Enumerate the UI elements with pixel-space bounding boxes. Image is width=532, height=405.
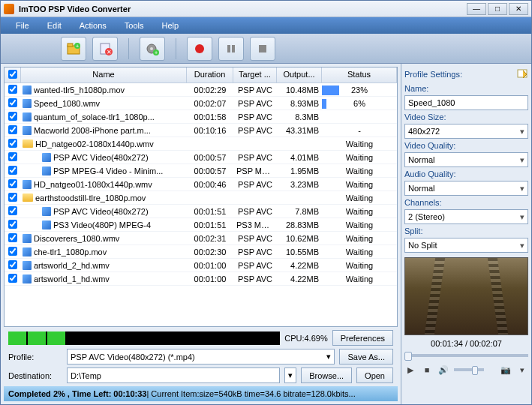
cell-status: Waiting xyxy=(322,139,397,149)
cpu-meter xyxy=(8,332,280,345)
file-icon xyxy=(23,112,32,122)
menu-edit[interactable]: Edit xyxy=(38,19,71,32)
cell-check[interactable] xyxy=(5,219,21,231)
cell-duration: 00:01:00 xyxy=(187,274,233,284)
cell-check[interactable] xyxy=(5,192,21,204)
name-label: Name: xyxy=(404,83,528,94)
table-row[interactable]: earthstoodstill-tlre_1080p.movWaiting xyxy=(5,191,397,205)
playback-time: 00:01:34 / 00:02:07 xyxy=(404,337,528,350)
vq-select[interactable]: Normal xyxy=(404,152,528,167)
open-button[interactable]: Open xyxy=(356,368,393,383)
cell-duration: 00:00:57 xyxy=(187,152,233,163)
table-row[interactable]: PSP MPEG-4 Video - Minim...00:00:57PSP M… xyxy=(5,164,397,178)
cell-duration: 00:01:51 xyxy=(187,206,233,217)
table-row[interactable]: che-tlr1_1080p.mov00:02:30PSP AVC10.55MB… xyxy=(5,245,397,259)
profile-select[interactable]: PSP AVC Video(480x272) (*.mp4) xyxy=(67,349,335,364)
gear-button[interactable]: + xyxy=(140,37,165,61)
cell-name: PSP MPEG-4 Video - Minim... xyxy=(21,166,187,176)
vsize-select[interactable]: 480x272 xyxy=(404,124,528,139)
cell-check[interactable] xyxy=(5,178,21,190)
cell-output xyxy=(277,143,322,145)
cell-status: Waiting xyxy=(322,233,397,244)
cell-duration: 00:00:57 xyxy=(187,166,233,176)
header-target[interactable]: Target ... xyxy=(233,68,277,82)
preferences-button[interactable]: Preferences xyxy=(332,330,393,346)
play-icon[interactable]: ▶ xyxy=(404,364,416,376)
playback-slider[interactable] xyxy=(404,354,528,357)
stop-icon[interactable]: ■ xyxy=(421,364,433,376)
table-row[interactable]: wanted-tlr5_h1080p.mov00:02:29PSP AVC10.… xyxy=(5,83,397,97)
cell-check[interactable] xyxy=(5,260,21,272)
cell-check[interactable] xyxy=(5,84,21,96)
cell-check[interactable] xyxy=(5,124,21,136)
pause-button[interactable] xyxy=(218,37,244,61)
cell-check[interactable] xyxy=(5,273,21,285)
name-input[interactable] xyxy=(404,95,528,110)
cell-check[interactable] xyxy=(5,206,21,218)
record-button[interactable] xyxy=(187,37,212,61)
cell-output: 4.22MB xyxy=(277,260,322,271)
table-row[interactable]: Speed_1080.wmv00:02:07PSP AVC8.93MB6% xyxy=(5,97,397,110)
maximize-button[interactable]: □ xyxy=(488,3,507,15)
cell-name: HD_natgeo02-1080x1440p.wmv xyxy=(21,139,187,149)
header-status[interactable]: Status xyxy=(322,68,397,82)
header-name[interactable]: Name xyxy=(21,68,187,82)
table-row[interactable]: HD_natgeo01-1080x1440p.wmv00:00:46PSP AV… xyxy=(5,178,397,191)
stop-button[interactable] xyxy=(250,37,275,61)
menu-file[interactable]: File xyxy=(7,19,38,32)
table-row[interactable]: HD_natgeo02-1080x1440p.wmvWaiting xyxy=(5,137,397,151)
destination-dropdown[interactable] xyxy=(284,368,296,383)
destination-input[interactable] xyxy=(67,368,280,383)
header-output[interactable]: Output... xyxy=(277,68,322,82)
table-header: Name Duration Target ... Output... Statu… xyxy=(5,68,397,83)
playback-controls: ▶ ■ 🔊 📷 ▾ xyxy=(404,361,528,379)
snapshot-dropdown-icon[interactable]: ▾ xyxy=(516,364,528,376)
minimize-button[interactable]: — xyxy=(467,3,486,15)
cell-check[interactable] xyxy=(5,111,21,123)
table-row[interactable]: PSP AVC Video(480x272)00:00:57PSP AVC4.0… xyxy=(5,151,397,164)
menu-actions[interactable]: Actions xyxy=(71,19,116,32)
cell-status: Waiting xyxy=(322,274,397,284)
header-check[interactable] xyxy=(5,68,21,82)
cell-check[interactable] xyxy=(5,246,21,258)
table-row[interactable]: PS3 Video(480P) MPEG-400:01:51PS3 Movie2… xyxy=(5,218,397,232)
cell-target: PSP AVC xyxy=(233,274,277,284)
cell-duration xyxy=(187,197,233,199)
cell-check[interactable] xyxy=(5,98,21,110)
menu-tools[interactable]: Tools xyxy=(116,19,153,32)
cell-check[interactable] xyxy=(5,232,21,244)
cell-name: wanted-tlr5_h1080p.mov xyxy=(21,85,187,95)
cell-check[interactable] xyxy=(5,138,21,150)
menu-help[interactable]: Help xyxy=(152,19,188,32)
file-icon xyxy=(23,86,32,94)
browse-button[interactable]: Browse... xyxy=(301,368,352,383)
svg-rect-1 xyxy=(68,44,73,46)
save-as-button[interactable]: Save As... xyxy=(339,349,393,364)
close-button[interactable]: ✕ xyxy=(509,3,528,15)
snapshot-icon[interactable]: 📷 xyxy=(500,364,512,376)
file-table[interactable]: Name Duration Target ... Output... Statu… xyxy=(4,67,398,327)
cell-check[interactable] xyxy=(5,165,21,177)
table-row[interactable]: Macworld 2008-iPhone part.m...00:10:16PS… xyxy=(5,124,397,137)
cell-target xyxy=(233,143,277,145)
table-row[interactable]: artsworld_2_hd.wmv00:01:00PSP AVC4.22MBW… xyxy=(5,259,397,272)
cell-name: Speed_1080.wmv xyxy=(21,98,187,109)
add-file-button[interactable]: + xyxy=(61,37,86,61)
cell-output xyxy=(277,197,322,199)
volume-icon[interactable]: 🔊 xyxy=(437,364,449,376)
edit-profile-icon[interactable] xyxy=(516,68,528,80)
file-icon xyxy=(42,166,51,176)
table-row[interactable]: Discoverers_1080.wmv00:02:31PSP AVC10.62… xyxy=(5,232,397,245)
header-duration[interactable]: Duration xyxy=(187,68,233,82)
table-row[interactable]: PSP AVC Video(480x272)00:01:51PSP AVC7.8… xyxy=(5,205,397,218)
split-select[interactable]: No Split xyxy=(404,238,528,253)
aq-select[interactable]: Normal xyxy=(404,181,528,196)
table-row[interactable]: artsworld_1_hd.wmv00:01:00PSP AVC4.22MBW… xyxy=(5,272,397,286)
ch-select[interactable]: 2 (Stereo) xyxy=(404,209,528,224)
table-row[interactable]: quantum_of_solace-tlr1_1080p...00:01:58P… xyxy=(5,110,397,124)
cell-duration: 00:01:58 xyxy=(187,112,233,122)
volume-slider[interactable] xyxy=(454,368,484,371)
cell-check[interactable] xyxy=(5,152,21,164)
cell-status xyxy=(322,116,397,118)
remove-file-button[interactable]: ✕ xyxy=(92,37,118,61)
